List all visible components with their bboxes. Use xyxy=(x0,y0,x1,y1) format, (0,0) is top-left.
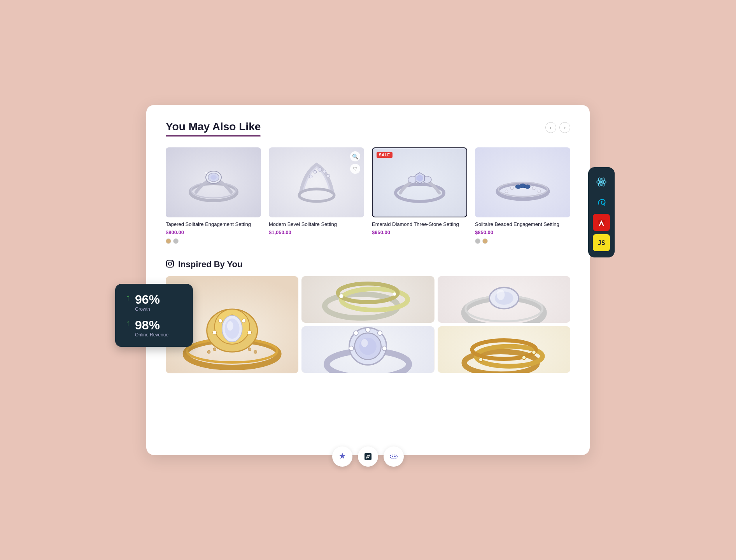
swatches-4 xyxy=(475,238,570,244)
svg-point-76 xyxy=(522,355,526,359)
growth-label: Growth xyxy=(135,306,160,312)
product-price-4: $850.00 xyxy=(475,229,570,235)
svg-point-87 xyxy=(392,456,393,457)
swatch-silver-4[interactable] xyxy=(475,238,480,244)
product-name-4: Solitaire Beaded Engagement Setting xyxy=(475,221,570,228)
inspired-thumb-1[interactable] xyxy=(301,276,434,323)
svg-point-53 xyxy=(393,292,396,296)
product-name-2: Modern Bevel Solitaire Setting xyxy=(269,221,364,228)
product-image-1 xyxy=(166,147,261,217)
heart-btn-2[interactable]: ♡ xyxy=(350,164,360,174)
svg-rect-86 xyxy=(390,455,397,458)
svg-point-64 xyxy=(349,346,354,351)
svg-point-12 xyxy=(299,189,334,201)
main-container: You May Also Like ‹ › xyxy=(146,105,590,455)
svg-point-36 xyxy=(213,331,217,334)
product-card-3[interactable]: SALE Emerald Diamo xyxy=(372,147,467,244)
revenue-value: 98% xyxy=(135,319,168,331)
ring-svg-1 xyxy=(182,157,245,208)
inspired-section: Inspired By You xyxy=(166,259,570,373)
product-name-3: Emerald Diamond Three-Stone Setting xyxy=(372,221,467,228)
revenue-arrow: ↑ xyxy=(126,319,130,327)
svg-point-52 xyxy=(340,294,343,298)
bottom-toolbar xyxy=(332,446,404,467)
swatch-gold-1[interactable] xyxy=(166,238,171,244)
inspired-header: Inspired By You xyxy=(166,259,570,270)
svg-point-43 xyxy=(227,321,233,331)
pin-button[interactable] xyxy=(332,446,352,467)
product-price-1: $800.00 xyxy=(166,229,261,235)
swatch-silver-1[interactable] xyxy=(173,238,179,244)
growth-value: 96% xyxy=(135,293,160,306)
instagram-icon xyxy=(166,259,174,270)
svg-point-65 xyxy=(354,331,358,335)
js-icon[interactable]: JS xyxy=(593,234,610,251)
prev-arrow[interactable]: ‹ xyxy=(545,122,556,133)
product-image-2: 🔍 ♡ xyxy=(269,147,364,217)
inspired-thumb-2[interactable] xyxy=(438,276,570,323)
svg-point-88 xyxy=(394,456,396,457)
section-title: You May Also Like xyxy=(166,121,261,133)
ring-svg-3 xyxy=(389,157,451,208)
svg-point-44 xyxy=(207,350,210,354)
revenue-label: Online Revenue xyxy=(135,332,168,338)
svg-point-25 xyxy=(525,185,530,189)
svg-point-18 xyxy=(417,175,423,181)
svg-point-10 xyxy=(323,170,326,173)
zoom-btn-2[interactable]: 🔍 xyxy=(350,151,360,161)
svg-point-78 xyxy=(600,181,603,183)
product-price-2: $1,050.00 xyxy=(269,229,364,235)
svg-point-8 xyxy=(314,170,317,173)
svg-point-70 xyxy=(361,339,368,347)
inspired-thumb-3[interactable] xyxy=(301,326,434,373)
svg-point-66 xyxy=(366,327,370,332)
svg-point-68 xyxy=(382,346,387,351)
svg-point-29 xyxy=(168,262,172,265)
svg-point-21 xyxy=(505,190,508,193)
svg-point-59 xyxy=(497,289,505,300)
svg-point-69 xyxy=(359,338,377,355)
svg-point-22 xyxy=(510,187,513,190)
you-may-also-like-section: You May Also Like ‹ › xyxy=(166,121,570,244)
product-image-3: SALE xyxy=(372,147,467,217)
sale-badge-3: SALE xyxy=(377,152,393,158)
mysql-icon[interactable] xyxy=(593,194,610,211)
swatch-gold-4[interactable] xyxy=(482,238,488,244)
svg-point-67 xyxy=(378,331,382,335)
next-arrow[interactable]: › xyxy=(559,122,570,133)
dots-button[interactable] xyxy=(384,446,404,467)
product-image-4 xyxy=(475,147,570,217)
ring-svg-2 xyxy=(289,153,344,212)
svg-point-77 xyxy=(532,350,536,354)
inspired-grid xyxy=(166,276,570,373)
svg-point-45 xyxy=(213,348,216,351)
svg-point-26 xyxy=(532,187,535,190)
react-icon[interactable] xyxy=(593,173,610,191)
svg-point-30 xyxy=(172,261,172,262)
stat-revenue: ↑ 98% Online Revenue xyxy=(126,319,182,338)
svg-point-11 xyxy=(327,174,330,177)
edit-button[interactable] xyxy=(358,446,378,467)
growth-arrow: ↑ xyxy=(126,293,130,302)
svg-point-37 xyxy=(219,319,223,323)
product-price-3: $950.00 xyxy=(372,229,467,235)
title-block: You May Also Like xyxy=(166,121,261,146)
product-card-1[interactable]: Tapered Solitaire Engagement Setting $80… xyxy=(166,147,261,244)
card-icons-2: 🔍 ♡ xyxy=(350,151,360,174)
swatches-1 xyxy=(166,238,261,244)
svg-point-4 xyxy=(210,175,217,180)
right-sidebar: JS xyxy=(588,167,615,257)
nav-arrows: ‹ › xyxy=(545,122,570,133)
svg-line-6 xyxy=(205,173,207,173)
svg-point-47 xyxy=(254,350,257,354)
svg-point-39 xyxy=(242,319,246,323)
svg-point-27 xyxy=(538,190,541,193)
product-card-2[interactable]: 🔍 ♡ Mod xyxy=(269,147,364,244)
angular-icon[interactable] xyxy=(593,214,610,231)
product-card-4[interactable]: Solitaire Beaded Engagement Setting $850… xyxy=(475,147,570,244)
inspired-thumb-4[interactable] xyxy=(438,326,570,373)
inspired-title: Inspired By You xyxy=(178,259,242,270)
products-grid: Tapered Solitaire Engagement Setting $80… xyxy=(166,147,570,244)
svg-point-75 xyxy=(478,357,482,361)
stats-widget: ↑ 96% Growth ↑ 98% Online Revenue xyxy=(115,284,193,347)
